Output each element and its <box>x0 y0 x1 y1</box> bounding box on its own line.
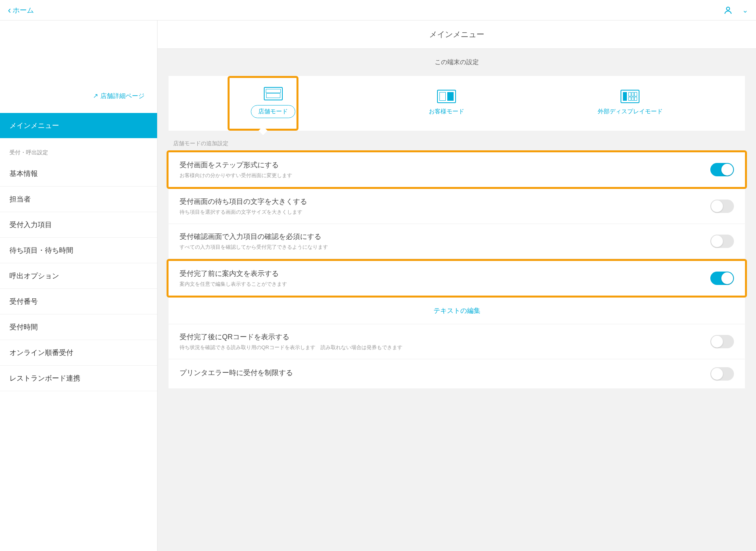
customer-mode-icon <box>437 90 456 103</box>
sidebar-item[interactable]: 受付番号 <box>0 289 157 314</box>
sidebar-item[interactable]: レストランボード連携 <box>0 366 157 391</box>
mode-customer-label: お客様モード <box>429 108 464 115</box>
toggle-confirm-required[interactable] <box>710 235 734 248</box>
setting-desc: すべての入力項目を確認してから受付完了できるようになります <box>180 244 710 251</box>
device-section-label: この端末の設定 <box>158 49 756 76</box>
chevron-left-icon: ‹ <box>8 5 11 16</box>
toggle-large-text[interactable] <box>710 200 734 213</box>
setting-desc: 案内文を任意で編集し表示することができます <box>180 281 710 288</box>
store-detail-link[interactable]: ↗店舗詳細ページ <box>0 87 157 113</box>
sidebar-item[interactable]: 呼出オプション <box>0 263 157 289</box>
setting-row-confirm-required: 受付確認画面で入力項目の確認を必須にする すべての入力項目を確認してから受付完了… <box>169 224 745 259</box>
sidebar-item[interactable]: 受付時間 <box>0 314 157 340</box>
back-button[interactable]: ‹ ホーム <box>8 5 34 16</box>
sidebar-item[interactable]: 待ち項目・待ち時間 <box>0 238 157 263</box>
mode-store-label: 店舗モード <box>251 105 295 118</box>
display-mode-icon <box>621 90 639 103</box>
sidebar-item[interactable]: 受付入力項目 <box>0 212 157 238</box>
svg-point-0 <box>726 7 730 10</box>
edit-text-link[interactable]: テキストの編集 <box>169 298 745 324</box>
sidebar-section-label: 受付・呼出設定 <box>0 138 157 161</box>
mode-customer[interactable]: お客様モード <box>421 87 472 118</box>
setting-title: プリンタエラー時に受付を制限する <box>180 368 710 377</box>
sidebar: ↗店舗詳細ページ メインメニュー 受付・呼出設定 基本情報 担当者 受付入力項目… <box>0 20 158 551</box>
setting-row-guide-text: 受付完了前に案内文を表示する 案内文を任意で編集し表示することができます <box>167 259 747 298</box>
header-right: ⌄ <box>723 6 748 15</box>
subsection-label: 店舗モードの追加設定 <box>169 131 745 150</box>
setting-desc: 待ち状況を確認できる読み取り用のQRコードを表示します 読み取れない場合は発券も… <box>180 344 710 351</box>
settings-list: 受付画面をステップ形式にする お客様向けの分かりやすい受付画面に変更します 受付… <box>169 150 745 298</box>
sidebar-item[interactable]: 基本情報 <box>0 161 157 187</box>
chevron-down-icon[interactable]: ⌄ <box>742 6 748 15</box>
setting-title: 受付確認画面で入力項目の確認を必須にする <box>180 232 710 241</box>
store-detail-label: 店舗詳細ページ <box>100 92 145 99</box>
external-link-icon: ↗ <box>93 92 98 99</box>
toggle-guide-text[interactable] <box>710 272 734 285</box>
settings-list-2: 受付完了後にQRコードを表示する 待ち状況を確認できる読み取り用のQRコードを表… <box>169 324 745 389</box>
setting-row-step-format: 受付画面をステップ形式にする お客様向けの分かりやすい受付画面に変更します <box>167 150 747 189</box>
setting-title: 受付画面の待ち項目の文字を大きくする <box>180 197 710 206</box>
sidebar-item[interactable]: オンライン順番受付 <box>0 340 157 366</box>
sidebar-active-item[interactable]: メインメニュー <box>0 113 157 138</box>
setting-row-large-text: 受付画面の待ち項目の文字を大きくする 待ち項目を選択する画面の文字サイズを大きく… <box>169 189 745 224</box>
user-icon[interactable] <box>723 6 733 15</box>
setting-desc: お客様向けの分かりやすい受付画面に変更します <box>180 172 710 179</box>
setting-desc: 待ち項目を選択する画面の文字サイズを大きくします <box>180 209 710 216</box>
sidebar-item[interactable]: 担当者 <box>0 187 157 212</box>
toggle-qr-code[interactable] <box>710 335 734 348</box>
mode-store[interactable]: 店舗モード <box>243 84 303 121</box>
setting-title: 受付画面をステップ形式にする <box>180 160 710 170</box>
mode-display-label: 外部ディスプレイモード <box>598 108 663 115</box>
setting-row-qr-code: 受付完了後にQRコードを表示する 待ち状況を確認できる読み取り用のQRコードを表… <box>169 324 745 359</box>
setting-title: 受付完了後にQRコードを表示する <box>180 332 710 342</box>
setting-row-printer-error: プリンタエラー時に受付を制限する <box>169 359 745 389</box>
main-content: メインメニュー この端末の設定 店舗モード お客様モード 外部ディスプレイモード… <box>158 20 756 551</box>
setting-title: 受付完了前に案内文を表示する <box>180 269 710 278</box>
back-label: ホーム <box>13 6 34 15</box>
header: ‹ ホーム ⌄ <box>0 0 756 20</box>
toggle-step-format[interactable] <box>710 163 734 176</box>
mode-display[interactable]: 外部ディスプレイモード <box>590 87 671 118</box>
toggle-printer-error[interactable] <box>710 367 734 381</box>
mode-selector: 店舗モード お客様モード 外部ディスプレイモード <box>169 76 745 131</box>
store-mode-icon <box>264 87 283 100</box>
page-title: メインメニュー <box>158 20 756 49</box>
